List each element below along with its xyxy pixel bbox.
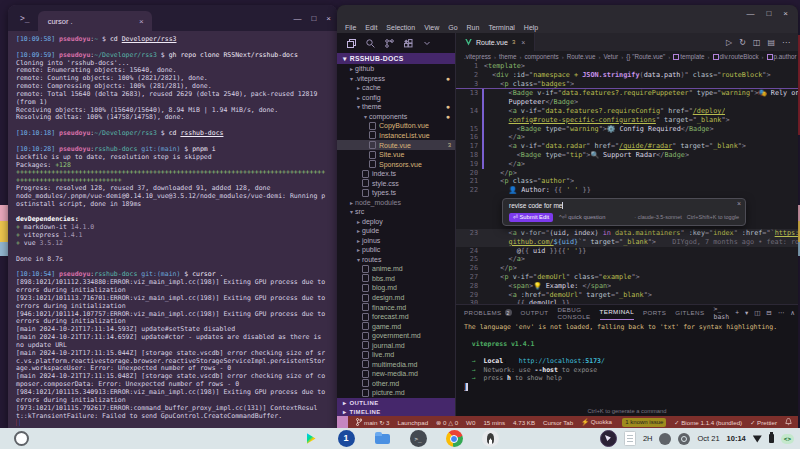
code-line[interactable]: 22 👤 Author: {{ ' ' }} <box>456 186 798 195</box>
doc-app-icon[interactable] <box>624 431 636 446</box>
tree-item-style.css[interactable]: style.css <box>337 178 455 188</box>
new-terminal-icon[interactable]: + <box>735 309 739 317</box>
close-icon[interactable]: × <box>326 14 331 23</box>
tree-item-finance.md[interactable]: finance.md <box>337 302 455 312</box>
chrome-icon[interactable] <box>446 430 463 447</box>
tree-item-guide[interactable]: ▸guide <box>337 226 455 236</box>
split-editor-icon[interactable]: ◫ <box>753 38 761 47</box>
crostini-terminal-icon[interactable] <box>410 430 427 447</box>
submit-edit-button[interactable]: ⏎ Submit Edit <box>509 213 553 222</box>
panel-tab-terminal[interactable]: TERMINAL <box>600 306 635 320</box>
breadcrumb-item[interactable]: {} "Route.vue" <box>626 53 665 60</box>
tree-item-bbs.md[interactable]: bbs.md <box>337 274 455 284</box>
code-line[interactable]: 19 </a> <box>456 160 798 169</box>
more-icon[interactable]: ⋯ <box>778 309 785 317</box>
timeline-section[interactable]: ▸ TIMELINE <box>337 407 455 416</box>
code-line[interactable]: 20 </p> <box>456 169 798 178</box>
status-item[interactable]: 15 mins <box>483 418 505 426</box>
tree-item-deploy[interactable]: ▸deploy <box>337 217 455 227</box>
tree-item-config[interactable]: ▸config <box>337 93 455 103</box>
code-line[interactable]: config#route-specific-configurations" ta… <box>456 116 798 125</box>
breadcrumb-item[interactable]: Route.vue <box>567 53 596 60</box>
panel-tab-gitlens[interactable]: GITLENS <box>675 306 704 320</box>
layout-icon[interactable]: ▤ <box>767 38 775 47</box>
kill-terminal-icon[interactable]: ⊟ <box>766 309 771 317</box>
code-line[interactable]: 28 <span>💡 Example: </span> <box>456 282 798 291</box>
tree-item-joinus[interactable]: ▸joinus <box>337 236 455 246</box>
tree-item-components[interactable]: ▾components● <box>337 112 455 122</box>
panel-tab-ports[interactable]: PORTS <box>643 306 666 320</box>
terminal-output[interactable]: [10:09:58] pseudoyu:~ $ cd Developer/rss… <box>8 31 337 426</box>
tree-item-forecast.md[interactable]: forecast.md <box>337 312 455 322</box>
breadcrumb-item[interactable]: template <box>673 53 704 60</box>
wifi-icon[interactable] <box>753 435 762 443</box>
notification-icon[interactable] <box>659 433 671 445</box>
status-item[interactable]: Launchpad <box>397 418 428 426</box>
battery-icon[interactable] <box>769 434 774 443</box>
remote-indicator[interactable] <box>337 416 348 428</box>
tree-item-game.md[interactable]: game.md <box>337 321 455 331</box>
search-icon[interactable] <box>366 39 375 48</box>
status-item[interactable]: Cursor Tab <box>543 418 573 426</box>
tree-item-sponsors.vue[interactable]: Sponsors.vue <box>337 159 455 169</box>
panel-tab-debug-console[interactable]: DEBUG CONSOLE <box>557 306 590 320</box>
tree-item-live.md[interactable]: live.md <box>337 350 455 360</box>
breadcrumb-item[interactable]: div.routeBlock <box>713 53 759 60</box>
tree-item-multimedia.md[interactable]: multimedia.md <box>337 359 455 369</box>
code-line[interactable]: 25 </a> <box>456 255 798 264</box>
code-line[interactable]: 27 <p v-if="demoUrl" class="example"> <box>456 273 798 282</box>
maximize-icon[interactable]: □ <box>311 14 316 23</box>
shell-selector[interactable]: >_ bash <box>713 305 729 321</box>
tree-item-github[interactable]: ▸github <box>337 64 455 74</box>
tree-item-route.vue[interactable]: Route.vue3 <box>337 140 455 150</box>
terminal-tab-close-icon[interactable]: × <box>139 17 144 26</box>
tree-item-copybutton.vue[interactable]: CopyButton.vue <box>337 121 455 131</box>
status-item[interactable]: ✓ Biome 1.1.4 (bundled) <box>674 419 742 426</box>
close-icon[interactable]: × <box>783 9 788 18</box>
status-item[interactable]: ✓ Prettier <box>750 419 777 426</box>
dropdown-icon[interactable]: ▾ <box>745 309 748 317</box>
code-line[interactable]: 1<template> <box>456 62 798 71</box>
tab-route-vue[interactable]: Route.vue 3 × <box>456 33 535 51</box>
menu-item-terminal[interactable]: Terminal <box>488 24 514 31</box>
known-issue-badge[interactable]: 1 known issue <box>622 418 666 427</box>
1password-icon[interactable] <box>338 430 355 447</box>
tree-item-blog.md[interactable]: blog.md <box>337 283 455 293</box>
code-line[interactable]: 3 <p class="badges"> <box>456 80 798 89</box>
tree-item-government.md[interactable]: government.md <box>337 331 455 341</box>
linux-vm-badge[interactable]: <> <box>781 434 794 444</box>
git-branch-indicator[interactable]: main ↻ 3 <box>356 418 389 426</box>
code-line[interactable]: 26 </p> <box>456 264 798 273</box>
menu-item-edit[interactable]: Edit <box>365 24 377 31</box>
breadcrumb-item[interactable]: theme <box>499 53 517 60</box>
widget-input[interactable]: revise code for me <box>509 202 739 210</box>
quick-question-hint[interactable]: ^⏎ quick question <box>559 213 605 222</box>
code-line[interactable]: 17 <a v-if="data.radar" href="/guide/#ra… <box>456 142 798 151</box>
more-actions-icon[interactable]: ⋯ <box>782 38 790 47</box>
integrated-terminal[interactable]: The language 'env' is not loaded, fallin… <box>456 320 798 416</box>
code-line[interactable]: 15 <Badge type="warning">⚙️ Config Requi… <box>456 125 798 134</box>
explorer-root-folder[interactable]: ▾ RSSHUB-DOCS <box>337 53 455 64</box>
menu-item-go[interactable]: Go <box>448 24 457 31</box>
code-editor[interactable]: 1<template>2 <div :id="namespace + JSON.… <box>456 62 798 304</box>
code-line[interactable]: 16 </a> <box>456 133 798 142</box>
code-line[interactable]: 18 <Badge type="tip">🔍 Support Radar</Ba… <box>456 151 798 160</box>
terminal-tab[interactable]: cursor . × <box>38 11 152 31</box>
code-line[interactable]: 21 <p class="author"> <box>456 177 798 186</box>
code-line[interactable]: 29 <a :href="demoUrl" target="_blank"> <box>456 291 798 300</box>
tree-item-cache[interactable]: ▸cache <box>337 83 455 93</box>
refresh-icon[interactable]: ↻ <box>739 38 746 47</box>
code-line[interactable]: 2 <div :id="namespace + JSON.stringify(d… <box>456 71 798 80</box>
code-line[interactable]: github.com/${uid}`" target="_blank"> DIY… <box>456 238 798 247</box>
tree-item-design.md[interactable]: design.md <box>337 293 455 303</box>
tree-item-instancelist.vue[interactable]: InstanceList.vue <box>337 131 455 141</box>
minimize-icon[interactable]: — <box>293 14 301 23</box>
maximize-panel-icon[interactable]: ∧ <box>790 309 795 317</box>
bell-icon[interactable] <box>785 418 792 426</box>
tree-item-site.vue[interactable]: Site.vue <box>337 150 455 160</box>
split-terminal-icon[interactable]: ◫ <box>754 309 760 317</box>
menu-item-run[interactable]: Run <box>467 24 480 31</box>
status-item[interactable]: ⊗ 0 △ 0 <box>436 418 458 426</box>
breadcrumb-item[interactable]: Vetur <box>604 53 619 60</box>
play-store-icon[interactable] <box>302 430 319 447</box>
